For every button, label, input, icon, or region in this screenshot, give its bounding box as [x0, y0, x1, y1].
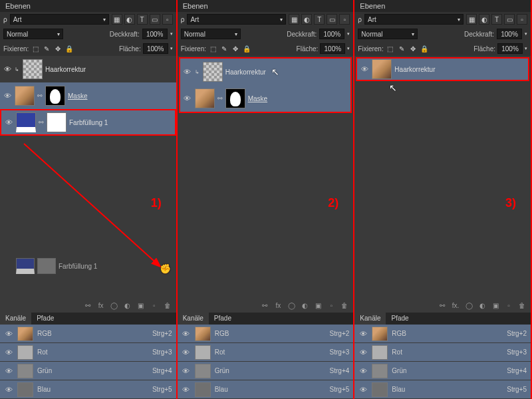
lock-pos-icon[interactable]: ✥ — [231, 44, 240, 53]
filter-adjust-icon[interactable]: ◐ — [479, 14, 489, 25]
link-icon[interactable]: ⚯ — [217, 95, 223, 102]
trash-icon[interactable]: 🗑 — [339, 300, 350, 311]
channel-blau[interactable]: 👁BlauStrg+5 — [178, 380, 354, 399]
fill-value[interactable]: 100% — [497, 43, 523, 54]
layer-thumb[interactable] — [372, 59, 392, 79]
lock-pixel-icon[interactable]: ✎ — [42, 44, 51, 53]
filter-smart-icon[interactable]: ▫ — [162, 14, 173, 25]
layer-haarkorrektur[interactable]: 👁 Haarkorrektur — [356, 57, 529, 81]
filter-shape-icon[interactable]: ▭ — [150, 14, 160, 25]
lock-pixel-icon[interactable]: ✎ — [397, 44, 406, 53]
layer-maske[interactable]: 👁 ⚯ Maske — [0, 82, 176, 109]
link-layers-icon[interactable]: ⚯ — [82, 300, 93, 311]
tab-channels[interactable]: Kanäle — [178, 313, 209, 325]
layer-name[interactable]: Maske — [68, 92, 87, 100]
tab-paths[interactable]: Pfade — [386, 313, 414, 325]
lock-all-icon[interactable]: 🔒 — [420, 44, 429, 53]
channel-rgb[interactable]: 👁RGBStrg+2 — [354, 325, 531, 343]
lock-pixel-icon[interactable]: ✎ — [219, 44, 229, 53]
layer-name[interactable]: Farbfüllung 1 — [69, 119, 108, 126]
filter-text-icon[interactable]: T — [491, 14, 502, 25]
filter-shape-icon[interactable]: ▭ — [327, 14, 337, 25]
layer-farbfuellung[interactable]: 👁 ⚯ Farbfüllung 1 — [0, 109, 176, 136]
new-layer-icon[interactable]: ▫ — [149, 300, 160, 311]
fx-icon[interactable]: fx. — [450, 300, 461, 311]
blend-mode-select[interactable]: Normal — [358, 29, 418, 39]
fill-value[interactable]: 100% — [320, 43, 345, 54]
channel-gruen[interactable]: 👁GrünStrg+4 — [178, 362, 354, 380]
channel-rot[interactable]: 👁RotStrg+3 — [354, 343, 531, 362]
trash-icon[interactable]: 🗑 — [517, 300, 527, 311]
fx-icon[interactable]: fx — [96, 300, 106, 311]
filter-adjust-icon[interactable]: ◐ — [301, 14, 312, 25]
layer-thumb[interactable] — [195, 88, 215, 108]
tab-channels[interactable]: Kanäle — [0, 313, 31, 325]
layer-name[interactable]: Haarkorrektur — [394, 66, 435, 73]
lock-all-icon[interactable]: 🔒 — [242, 44, 251, 53]
lock-pos-icon[interactable]: ✥ — [408, 44, 418, 53]
filter-type-select[interactable]: Art — [187, 14, 286, 25]
filter-image-icon[interactable]: ▦ — [112, 14, 122, 25]
filter-smart-icon[interactable]: ▫ — [517, 14, 527, 25]
tab-channels[interactable]: Kanäle — [354, 313, 386, 325]
layer-thumb[interactable] — [16, 112, 36, 132]
blend-mode-select[interactable]: Normal — [181, 29, 241, 39]
channel-rot[interactable]: 👁RotStrg+3 — [0, 343, 176, 362]
tab-paths[interactable]: Pfade — [31, 313, 59, 325]
layer-thumb[interactable] — [203, 62, 223, 82]
layer-thumb[interactable] — [15, 86, 35, 106]
filter-shape-icon[interactable]: ▭ — [504, 14, 515, 25]
visibility-toggle[interactable]: 👁 — [183, 94, 192, 102]
opacity-value[interactable]: 100% — [142, 29, 168, 39]
group-icon[interactable]: ▣ — [136, 300, 146, 311]
channel-rot[interactable]: 👁RotStrg+3 — [178, 343, 354, 362]
layer-name[interactable]: Haarkorrektur — [225, 68, 266, 76]
mask-icon[interactable]: ◯ — [464, 300, 474, 311]
link-icon[interactable]: ⚯ — [39, 119, 44, 126]
blend-mode-select[interactable]: Normal — [3, 29, 63, 39]
visibility-toggle[interactable]: 👁 — [3, 92, 12, 100]
fx-icon[interactable]: fx — [273, 300, 283, 311]
trash-icon[interactable]: 🗑 — [162, 300, 173, 311]
channel-blau[interactable]: 👁BlauStrg+5 — [0, 380, 176, 399]
filter-adjust-icon[interactable]: ◐ — [124, 14, 135, 25]
new-layer-icon[interactable]: ▫ — [326, 300, 336, 311]
lock-pos-icon[interactable]: ✥ — [53, 44, 63, 53]
filter-type-select[interactable]: Art — [364, 14, 464, 25]
lock-trans-icon[interactable]: ⬚ — [31, 44, 40, 53]
lock-trans-icon[interactable]: ⬚ — [386, 44, 395, 53]
filter-image-icon[interactable]: ▦ — [289, 14, 299, 25]
tab-paths[interactable]: Pfade — [209, 313, 237, 325]
layer-name[interactable]: Maske — [248, 95, 267, 102]
link-layers-icon[interactable]: ⚯ — [259, 300, 270, 311]
layer-haarkorrektur[interactable]: 👁 ↳ Haarkorrektur ↖ — [180, 59, 351, 85]
channel-blau[interactable]: 👁BlauStrg+5 — [354, 380, 531, 399]
group-icon[interactable]: ▣ — [313, 300, 323, 311]
channel-gruen[interactable]: 👁GrünStrg+4 — [0, 362, 176, 380]
group-icon[interactable]: ▣ — [490, 300, 501, 311]
mask-icon[interactable]: ◯ — [286, 300, 297, 311]
filter-smart-icon[interactable]: ▫ — [339, 14, 350, 25]
mask-thumb[interactable] — [225, 88, 245, 108]
filter-text-icon[interactable]: T — [314, 14, 325, 25]
visibility-toggle[interactable]: 👁 — [3, 65, 12, 73]
filter-image-icon[interactable]: ▦ — [466, 14, 477, 25]
mask-thumb[interactable] — [47, 112, 66, 132]
visibility-toggle[interactable]: 👁 — [360, 65, 369, 73]
link-layers-icon[interactable]: ⚯ — [437, 300, 448, 311]
lock-trans-icon[interactable]: ⬚ — [208, 44, 217, 53]
adjustment-icon[interactable]: ◐ — [122, 300, 133, 311]
opacity-value[interactable]: 100% — [497, 29, 522, 39]
layer-name[interactable]: Haarkorrektur — [45, 66, 86, 73]
mask-thumb[interactable] — [45, 86, 65, 106]
adjustment-icon[interactable]: ◐ — [477, 300, 487, 311]
layer-maske[interactable]: 👁 ⚯ Maske — [180, 85, 351, 112]
mask-icon[interactable]: ◯ — [109, 300, 120, 311]
fill-value[interactable]: 100% — [143, 43, 168, 54]
visibility-toggle[interactable]: 👁 — [183, 68, 192, 76]
opacity-value[interactable]: 100% — [319, 29, 344, 39]
channel-rgb[interactable]: 👁RGBStrg+2 — [0, 325, 176, 343]
channel-rgb[interactable]: 👁RGBStrg+2 — [178, 325, 354, 343]
new-layer-icon[interactable]: ▫ — [503, 300, 514, 311]
channel-gruen[interactable]: 👁GrünStrg+4 — [354, 362, 531, 380]
